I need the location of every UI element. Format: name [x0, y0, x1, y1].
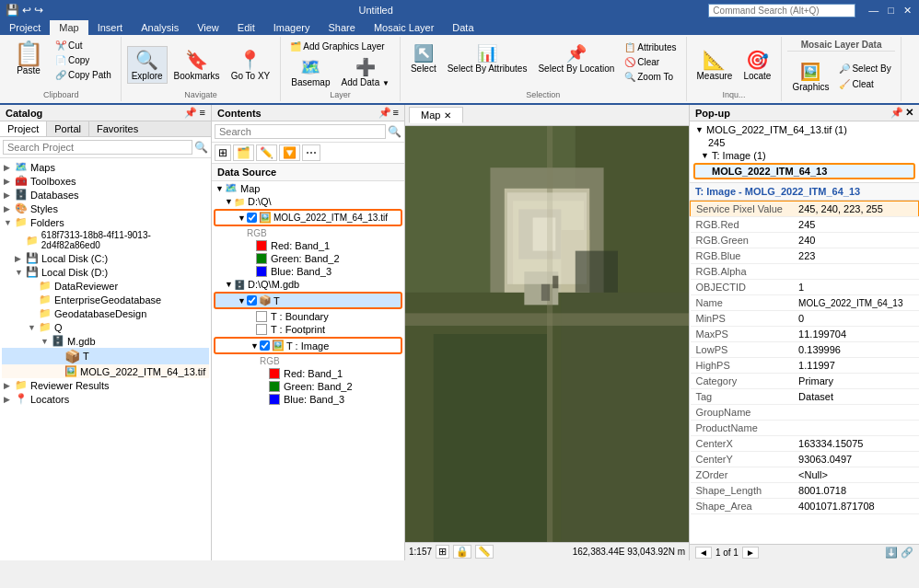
paste-button[interactable]: 📋 Paste: [7, 39, 50, 78]
measure-button[interactable]: 📐 Measure: [692, 46, 738, 84]
tab-edit[interactable]: Edit: [228, 20, 264, 35]
popup-pin-btn[interactable]: 📌: [890, 107, 903, 119]
tab-map[interactable]: Map: [50, 20, 87, 35]
bookmarks-button[interactable]: 🔖 Bookmarks: [169, 46, 225, 84]
popup-nav-next[interactable]: ►: [742, 547, 759, 559]
minimize-btn[interactable]: —: [865, 5, 882, 17]
catalog-search-input[interactable]: [3, 140, 192, 155]
catalog-item-reviewer[interactable]: ▶ 📁 Reviewer Results: [2, 378, 209, 392]
contents-tool-3[interactable]: ✏️: [256, 144, 277, 161]
catalog-item-styles[interactable]: ▶ 🎨 Styles: [2, 202, 209, 215]
redo-btn[interactable]: ↪: [34, 4, 43, 17]
popup-nav-prev[interactable]: ◄: [695, 547, 712, 559]
contents-pin-btn[interactable]: 📌: [378, 107, 391, 119]
tab-data[interactable]: Data: [443, 20, 483, 35]
contents-tool-1[interactable]: ⊞: [215, 144, 231, 161]
contents-tool-5[interactable]: ⋯: [302, 144, 320, 161]
map-content[interactable]: [405, 126, 689, 542]
t-checkbox[interactable]: [247, 295, 257, 306]
select-by-mosaic-button[interactable]: 🔎Select By: [835, 62, 894, 75]
map-tool-btn-3[interactable]: 📏: [475, 545, 494, 559]
popup-tree-item-t-image[interactable]: ▼ T: Image (1): [692, 149, 917, 162]
contents-item-t-footprint[interactable]: T : Footprint: [212, 323, 404, 336]
popup-tree-item-245[interactable]: 245: [692, 136, 917, 149]
catalog-pin-btn[interactable]: 📌: [184, 107, 197, 119]
contents-search-btn[interactable]: 🔍: [388, 125, 401, 138]
catalog-item-locators[interactable]: ▶ 📍 Locators: [2, 392, 209, 406]
catalog-item-t[interactable]: 📦 T: [2, 348, 209, 364]
copy-button[interactable]: 📄Copy: [52, 53, 115, 67]
tab-mosaic-layer[interactable]: Mosaic Layer: [365, 20, 443, 35]
graphics-button[interactable]: 🖼️ Graphics: [787, 59, 833, 95]
tab-imagery[interactable]: Imagery: [264, 20, 320, 35]
catalog-item-q[interactable]: ▼ 📁 Q: [2, 320, 209, 334]
select-by-attributes-button[interactable]: 📊 Select By Attributes: [443, 40, 532, 76]
contents-item-green1: Green: Band_2: [212, 252, 404, 265]
add-graphics-layer-button[interactable]: 🗂️Add Graphics Layer: [286, 40, 394, 53]
go-to-xy-button[interactable]: 📍 Go To XY: [227, 46, 275, 84]
attributes-button[interactable]: 📋Attributes: [621, 40, 680, 54]
tab-insert[interactable]: Insert: [88, 20, 133, 35]
select-by-location-button[interactable]: 📌 Select By Location: [533, 40, 619, 76]
contents-item-t-boundary[interactable]: T : Boundary: [212, 310, 404, 323]
basemap-button[interactable]: 🗺️ Basemap: [286, 54, 334, 90]
command-search[interactable]: [708, 4, 855, 17]
clear-button[interactable]: 🚫Clear: [621, 55, 680, 69]
catalog-item-tif[interactable]: 🖼️ MOLG_2022_ITM_64_13.tif: [2, 364, 209, 378]
maximize-btn[interactable]: □: [884, 5, 898, 17]
contents-item-mgdb[interactable]: ▼ 🗄️ D:\Q\M.gdb: [212, 278, 404, 291]
catalog-tab-project[interactable]: Project: [0, 121, 47, 136]
popup-row-lowps: LowPS 0.139996: [691, 342, 919, 358]
contents-tool-4[interactable]: 🔽: [279, 144, 300, 161]
popup-tree-item-molg[interactable]: ▼ MOLG_2022_ITM_64_13.tif (1): [692, 123, 917, 136]
popup-export-btn[interactable]: ⬇️: [885, 547, 898, 559]
catalog-item-toolboxes[interactable]: ▶ 🧰 Toolboxes: [2, 174, 209, 188]
close-btn[interactable]: ✕: [900, 5, 915, 17]
catalog-item-maps[interactable]: ▶ 🗺️ Maps: [2, 160, 209, 174]
catalog-tab-favorites[interactable]: Favorites: [89, 121, 145, 136]
contents-item-map[interactable]: ▼ 🗺️ Map: [212, 181, 404, 195]
contents-item-t-image[interactable]: ▼ 🖼️ T : Image: [214, 337, 402, 354]
map-tab[interactable]: Map ✕: [409, 107, 463, 123]
cut-button[interactable]: ✂️Cut: [52, 39, 115, 52]
catalog-menu-btn[interactable]: ≡: [200, 107, 205, 119]
catalog-item-guid[interactable]: 📁 618f7313-18b8-4f11-9013-2d4f82a86ed0: [2, 229, 209, 251]
contents-menu-btn[interactable]: ≡: [393, 107, 399, 119]
explore-button[interactable]: 🔍 Explore: [127, 46, 168, 84]
catalog-item-local-c[interactable]: ▶ 💾 Local Disk (C:): [2, 251, 209, 265]
undo-btn[interactable]: ↩: [22, 4, 31, 17]
catalog-item-databases[interactable]: ▶ 🗄️ Databases: [2, 188, 209, 202]
molg-tif-checkbox[interactable]: [247, 213, 257, 223]
catalog-item-local-d[interactable]: ▼ 💾 Local Disk (D:): [2, 265, 209, 279]
catalog-item-folders[interactable]: ▼ 📁 Folders: [2, 215, 209, 229]
add-data-button[interactable]: ➕ Add Data ▼: [337, 54, 394, 90]
t-image-checkbox[interactable]: [260, 340, 270, 351]
contents-item-t[interactable]: ▼ 📦 T: [214, 292, 402, 309]
popup-tree-item-selected[interactable]: MOLG_2022_ITM_64_13: [693, 163, 915, 179]
map-tool-btn-2[interactable]: 🔒: [453, 545, 471, 559]
map-tab-close[interactable]: ✕: [444, 110, 451, 121]
catalog-search-btn[interactable]: 🔍: [194, 141, 208, 154]
contents-item-dq[interactable]: ▼ 📁 D:\Q\: [212, 195, 404, 208]
map-tool-btn-1[interactable]: ⊞: [436, 545, 449, 559]
select-button[interactable]: ↖️ Select: [406, 40, 441, 76]
catalog-tab-portal[interactable]: Portal: [47, 121, 89, 136]
tab-share[interactable]: Share: [320, 20, 365, 35]
contents-item-molg-tif[interactable]: ▼ 🖼️ MOLG_2022_ITM_64_13.tif: [214, 209, 402, 226]
cleat-button[interactable]: 🧹Cleat: [835, 77, 894, 91]
tab-analysis[interactable]: Analysis: [132, 20, 188, 35]
save-btn[interactable]: 💾: [6, 4, 19, 17]
copy-path-button[interactable]: 🔗Copy Path: [52, 68, 115, 82]
popup-close-btn[interactable]: ✕: [905, 107, 913, 119]
catalog-item-geodbdesign[interactable]: 📁 GeodatabaseDesign: [2, 306, 209, 320]
zoom-to-button[interactable]: 🔍Zoom To: [621, 70, 680, 84]
tab-project[interactable]: Project: [0, 20, 50, 35]
contents-search-input[interactable]: [215, 124, 386, 139]
locate-button[interactable]: 🎯 Locate: [739, 46, 775, 84]
catalog-item-datareviewer[interactable]: 📁 DataReviewer: [2, 279, 209, 293]
tab-view[interactable]: View: [188, 20, 228, 35]
catalog-item-mgdb[interactable]: ▼ 🗄️ M.gdb: [2, 334, 209, 348]
contents-tool-2[interactable]: 🗂️: [233, 144, 254, 161]
popup-link-btn[interactable]: 🔗: [901, 547, 913, 559]
catalog-item-enterprise[interactable]: 📁 EnterpriseGeodatabase: [2, 293, 209, 306]
